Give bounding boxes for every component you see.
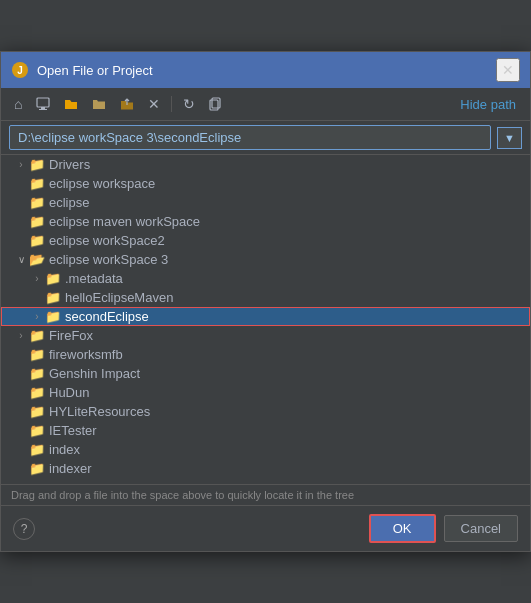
tree-item-hylite[interactable]: 📁 HYLiteResources xyxy=(1,402,530,421)
open-file-dialog: J Open File or Project ✕ ⌂ ✕ ↻ Hide path… xyxy=(0,51,531,552)
item-label: eclipse workspace xyxy=(49,176,155,191)
item-label: IETester xyxy=(49,423,97,438)
item-label: eclipse workSpace 3 xyxy=(49,252,168,267)
desktop-button[interactable] xyxy=(31,94,55,114)
footer: ? OK Cancel xyxy=(1,506,530,551)
refresh-button[interactable]: ↻ xyxy=(178,93,200,115)
folder-icon: 📁 xyxy=(29,404,45,419)
tree-item-firefox[interactable]: › 📁 FireFox xyxy=(1,326,530,345)
svg-rect-4 xyxy=(39,109,47,110)
folder-icon: 📁 xyxy=(29,233,45,248)
tree-item-secondeclipse[interactable]: › 📁 secondEclipse xyxy=(1,307,530,326)
item-label: FireFox xyxy=(49,328,93,343)
tree-item-helloeclipsemaven[interactable]: 📁 helloEclipseMaven xyxy=(1,288,530,307)
toolbar: ⌂ ✕ ↻ Hide path xyxy=(1,88,530,121)
tree-item-metadata[interactable]: › 📁 .metadata xyxy=(1,269,530,288)
title-bar: J Open File or Project ✕ xyxy=(1,52,530,88)
chevron-icon: ∨ xyxy=(13,254,29,265)
item-label: secondEclipse xyxy=(65,309,149,324)
folder-icon: 📁 xyxy=(29,461,45,476)
folder-icon: 📂 xyxy=(29,252,45,267)
item-label: HuDun xyxy=(49,385,89,400)
toolbar-separator xyxy=(171,96,172,112)
ok-button[interactable]: OK xyxy=(369,514,436,543)
tree-item-hudun[interactable]: 📁 HuDun xyxy=(1,383,530,402)
svg-rect-2 xyxy=(37,98,49,107)
delete-button[interactable]: ✕ xyxy=(143,93,165,115)
chevron-icon: › xyxy=(29,273,45,284)
cancel-button[interactable]: Cancel xyxy=(444,515,518,542)
folder-up-button[interactable] xyxy=(115,94,139,114)
chevron-icon: › xyxy=(13,330,29,341)
tree-item-drivers[interactable]: › 📁 Drivers xyxy=(1,155,530,174)
folder-icon: 📁 xyxy=(29,385,45,400)
status-text: Drag and drop a file into the space abov… xyxy=(11,489,354,501)
tree-item-eclipse-workspace[interactable]: 📁 eclipse workspace xyxy=(1,174,530,193)
item-label: Drivers xyxy=(49,157,90,172)
dialog-title: Open File or Project xyxy=(37,63,496,78)
folder-icon: 📁 xyxy=(45,290,61,305)
home-button[interactable]: ⌂ xyxy=(9,93,27,115)
folder-icon: 📁 xyxy=(29,157,45,172)
tree-item-eclipse-workspace2[interactable]: 📁 eclipse workSpace2 xyxy=(1,231,530,250)
folder-icon: 📁 xyxy=(29,442,45,457)
tree-item-indexer[interactable]: 📁 indexer xyxy=(1,459,530,478)
folder-icon: 📁 xyxy=(29,214,45,229)
item-label: eclipse workSpace2 xyxy=(49,233,165,248)
tree-item-eclipse-maven[interactable]: 📁 eclipse maven workSpace xyxy=(1,212,530,231)
tree-item-index[interactable]: 📁 index xyxy=(1,440,530,459)
item-label: Genshin Impact xyxy=(49,366,140,381)
tree-item-genshin[interactable]: 📁 Genshin Impact xyxy=(1,364,530,383)
tree-item-eclipse[interactable]: 📁 eclipse xyxy=(1,193,530,212)
tree-item-eclipse-workspace3[interactable]: ∨ 📂 eclipse workSpace 3 xyxy=(1,250,530,269)
item-label: eclipse maven workSpace xyxy=(49,214,200,229)
copy-path-button[interactable] xyxy=(204,94,228,114)
file-tree[interactable]: › 📁 Drivers 📁 eclipse workspace 📁 eclips… xyxy=(1,155,530,485)
folder-icon: 📁 xyxy=(29,195,45,210)
app-logo: J xyxy=(11,61,29,79)
path-dropdown-button[interactable]: ▼ xyxy=(497,127,522,149)
item-label: indexer xyxy=(49,461,92,476)
item-label: fireworksmfb xyxy=(49,347,123,362)
item-label: eclipse xyxy=(49,195,89,210)
folder-icon: 📁 xyxy=(29,366,45,381)
folder-icon: 📁 xyxy=(29,176,45,191)
item-label: helloEclipseMaven xyxy=(65,290,173,305)
folder-icon: 📁 xyxy=(45,271,61,286)
chevron-icon: › xyxy=(29,311,45,322)
svg-text:J: J xyxy=(17,65,23,76)
path-bar: ▼ xyxy=(1,121,530,155)
tree-item-fireworksmfb[interactable]: 📁 fireworksmfb xyxy=(1,345,530,364)
hide-path-button[interactable]: Hide path xyxy=(454,94,522,115)
folder-icon: 📁 xyxy=(29,423,45,438)
item-label: .metadata xyxy=(65,271,123,286)
close-button[interactable]: ✕ xyxy=(496,58,520,82)
chevron-icon: › xyxy=(13,159,29,170)
help-button[interactable]: ? xyxy=(13,518,35,540)
folder-open-button[interactable] xyxy=(59,94,83,114)
folder-button[interactable] xyxy=(87,94,111,114)
folder-icon: 📁 xyxy=(29,347,45,362)
folder-icon: 📁 xyxy=(45,309,61,324)
path-input[interactable] xyxy=(9,125,491,150)
folder-icon: 📁 xyxy=(29,328,45,343)
svg-rect-3 xyxy=(41,107,45,109)
item-label: index xyxy=(49,442,80,457)
status-bar: Drag and drop a file into the space abov… xyxy=(1,485,530,506)
tree-item-ietester[interactable]: 📁 IETester xyxy=(1,421,530,440)
item-label: HYLiteResources xyxy=(49,404,150,419)
